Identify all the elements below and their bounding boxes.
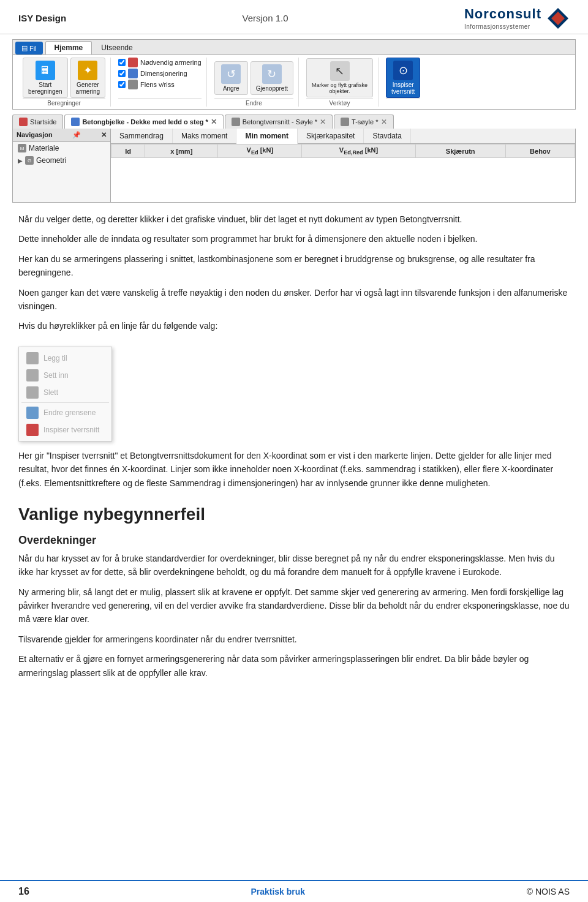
ribbon-tab-hjemme[interactable]: Hjemme	[45, 41, 92, 54]
dimensjonering-checkbox[interactable]	[118, 70, 126, 77]
slett-label: Slett	[43, 388, 58, 397]
ribbon-tabs: ▤ Fil Hjemme Utseende	[13, 40, 575, 55]
startside-label: Startside	[30, 118, 56, 126]
paragraph-6: Her gir "Inspiser tverrsnitt" et Betongt…	[18, 449, 570, 490]
sidebar-close-icon[interactable]: ✕	[101, 131, 107, 139]
tab-sammendrag[interactable]: Sammendrag	[111, 129, 173, 143]
dimensjonering-icon	[128, 69, 138, 78]
ribbon-tab-fil[interactable]: ▤ Fil	[15, 42, 43, 54]
inspiser-ctx-label: Inspiser tverrsnitt	[43, 426, 99, 434]
sidebar-item-geometri[interactable]: ▶ G Geometri	[13, 154, 110, 167]
ribbon-group-endre: ↺ Angre ↻ Gjenopprett Endre	[209, 58, 299, 107]
dimensjonering-label: Dimensjonering	[140, 70, 187, 77]
footer-center-text: Praktisk bruk	[251, 887, 305, 896]
sidebar-item-materiale[interactable]: M Materiale	[13, 142, 110, 154]
context-menu-item-legg-til: Legg til	[21, 350, 109, 367]
betongtverrsnitt-close[interactable]: ✕	[320, 118, 326, 126]
ribbon-group-beregninger: 🖩 Startberegningen ✦ Genererarmering Ber…	[18, 58, 111, 107]
logo-sub: Informasjonssystemer	[464, 23, 541, 30]
inspiser-tverrsnitt-button[interactable]: ⊙ Inspisertverrsnitt	[386, 58, 420, 98]
slett-icon	[26, 386, 39, 399]
endre-icon	[26, 407, 39, 419]
nodvendig-armering-checkbox[interactable]	[118, 59, 126, 66]
context-menu-item-sett-inn: Sett inn	[21, 367, 109, 384]
inspect-icon: ⊙	[393, 61, 413, 80]
page-header: ISY Design Versjon 1.0 Norconsult Inform…	[0, 0, 588, 34]
ribbon-tab-fil-label: Fil	[29, 45, 37, 52]
overdekninger-paragraph-4: Et alternativ er å gjøre en fornyet arme…	[18, 652, 570, 680]
verktoy-label: Verktøy	[306, 98, 373, 107]
ribbon-group-verktoy: ↖ Marker og flytt grafiskeobjekter. Verk…	[301, 58, 379, 107]
geometri-arrow-icon: ▶	[18, 157, 23, 164]
version-label: Versjon 1.0	[242, 13, 288, 23]
col-x: x [mm]	[145, 145, 218, 158]
ribbon-tab-utseende[interactable]: Utseende	[92, 41, 141, 54]
footer-right-text: © NOIS AS	[527, 887, 570, 896]
ribbon-group-checkboxes: Nødvendig armering Dimensjonering Flens …	[113, 58, 207, 107]
sidebar-pin-icon[interactable]: 📌	[72, 131, 81, 139]
col-ved: VEd [kN]	[218, 145, 302, 158]
ribbon-group-inspiser: ⊙ Inspisertverrsnitt	[381, 58, 425, 107]
results-table: Id x [mm] VEd [kN] VEd,Red [kN] Skjærutn…	[111, 144, 575, 158]
nodvendig-armering-checkbox-item[interactable]: Nødvendig armering	[118, 58, 202, 67]
paragraph-1: Når du velger dette, og deretter klikker…	[18, 212, 570, 226]
beregninger-buttons: 🖩 Startberegningen ✦ Genererarmering	[23, 58, 105, 98]
cursor-icon: ↖	[330, 61, 350, 81]
betongbjelke-icon	[71, 118, 80, 126]
app-name: ISY Design	[18, 13, 66, 23]
overdekninger-paragraph-1: Når du har krysset av for å bruke standa…	[18, 552, 570, 579]
start-beregningen-button[interactable]: 🖩 Startberegningen	[23, 58, 68, 98]
tab-maks-moment[interactable]: Maks moment	[173, 129, 236, 143]
betongbjelke-label: Betongbjelke - Dekke med ledd o steg *	[82, 118, 208, 126]
tsoyle-label: T-søyle *	[352, 118, 378, 126]
tab-min-moment[interactable]: Min moment	[236, 129, 298, 144]
betongtverrsnitt-icon	[232, 118, 240, 126]
verktoy-buttons: ↖ Marker og flytt grafiskeobjekter.	[306, 58, 373, 98]
main-area: Navigasjon 📌 ✕ M Materiale ▶ G Geometri …	[12, 129, 576, 203]
ribbon: ▤ Fil Hjemme Utseende 🖩 Startberegningen…	[12, 39, 576, 110]
legg-til-label: Legg til	[43, 354, 67, 363]
inspiser-group-label	[386, 98, 420, 107]
geometri-label: Geometri	[36, 156, 66, 165]
start-beregningen-label: Startberegningen	[28, 81, 62, 95]
calculator-icon: 🖩	[36, 61, 55, 80]
overdekninger-paragraph-2: Ny armering blir, så langt det er mulig,…	[18, 585, 570, 626]
logo-icon	[546, 7, 570, 30]
startside-icon	[19, 118, 28, 126]
generer-armering-button[interactable]: ✦ Genererarmering	[70, 58, 105, 98]
logo-text: Norconsult	[464, 6, 541, 22]
angre-label: Angre	[223, 85, 239, 92]
materiale-icon: M	[18, 144, 26, 152]
star-icon: ✦	[78, 61, 97, 80]
gjenopprett-button[interactable]: ↻ Gjenopprett	[251, 61, 293, 95]
tab-skjaerkapasitet[interactable]: Skjærkapasitet	[298, 129, 364, 143]
redo-icon: ↻	[262, 64, 282, 84]
dimensjonering-checkbox-item[interactable]: Dimensjonering	[118, 69, 202, 78]
flens-label: Flens v/riss	[140, 81, 175, 88]
doc-tab-tsoyle[interactable]: T-søyle * ✕	[334, 115, 393, 129]
paragraph-4: Noen ganger kan det være vanskelig å tre…	[18, 286, 570, 314]
tsoyle-close[interactable]: ✕	[381, 118, 387, 126]
doc-tab-startside[interactable]: Startside	[12, 115, 63, 129]
content-tabs: Sammendrag Maks moment Min moment Skjærk…	[111, 129, 575, 144]
doc-tab-betongbjelke[interactable]: Betongbjelke - Dekke med ledd o steg * ✕	[64, 115, 223, 129]
betongbjelke-close[interactable]: ✕	[211, 118, 217, 126]
doc-tab-betongtverrsnitt[interactable]: Betongtverrsnitt - Søyle * ✕	[225, 115, 333, 129]
angre-button[interactable]: ↺ Angre	[214, 61, 248, 95]
nodvendig-icon	[128, 58, 138, 67]
checkboxes-container: Nødvendig armering Dimensjonering Flens …	[118, 58, 202, 89]
checkboxes-group-label	[118, 98, 202, 107]
section-heading-vanlige: Vanlige nybegynnerfeil	[18, 505, 570, 524]
table-header-row: Id x [mm] VEd [kN] VEd,Red [kN] Skjærutn…	[111, 145, 575, 158]
tab-stavdata[interactable]: Stavdata	[364, 129, 410, 143]
flens-checkbox-item[interactable]: Flens v/riss	[118, 80, 202, 89]
beregninger-label: Beregninger	[23, 98, 105, 107]
marker-flytt-button[interactable]: ↖ Marker og flytt grafiskeobjekter.	[306, 58, 373, 97]
page-footer: 16 Praktisk bruk © NOIS AS	[0, 880, 588, 902]
flens-checkbox[interactable]	[118, 81, 126, 88]
betongtverrsnitt-label: Betongtverrsnitt - Søyle *	[243, 118, 317, 126]
generer-armering-label: Genererarmering	[76, 81, 100, 95]
page-content: Når du velger dette, og deretter klikker…	[0, 203, 588, 696]
inspiser-label: Inspisertverrsnitt	[391, 81, 415, 95]
flens-icon	[128, 80, 138, 89]
